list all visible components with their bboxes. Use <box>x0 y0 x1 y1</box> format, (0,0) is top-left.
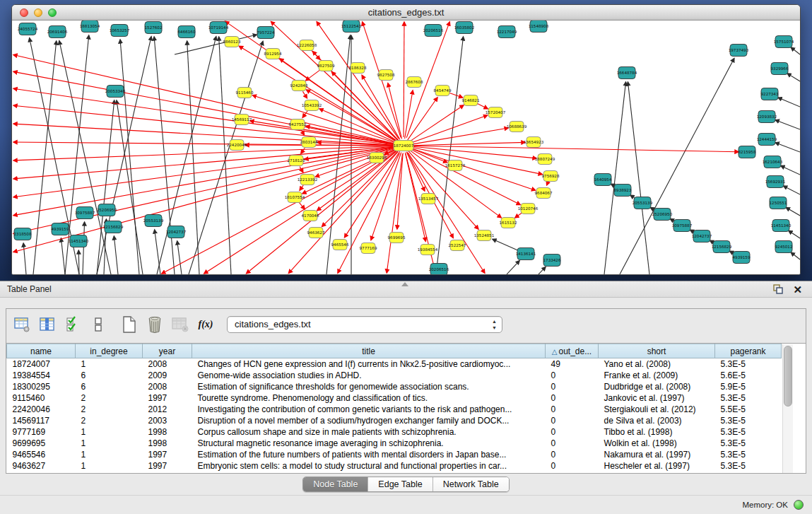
network-node[interactable]: 11451340 <box>771 220 792 232</box>
network-node[interactable]: 9242848 <box>290 81 308 91</box>
network-node[interactable]: 8912954 <box>264 49 282 59</box>
network-node[interactable]: 9699695 <box>388 233 406 243</box>
network-node[interactable]: 30975887 <box>672 220 693 232</box>
network-node[interactable]: 8215958 <box>739 146 756 158</box>
table-row[interactable]: 946554611997Estimation of the future num… <box>7 449 782 460</box>
network-node[interactable]: 9463627 <box>307 228 325 238</box>
network-node[interactable]: 1733426 <box>543 255 561 267</box>
column-header-year[interactable]: year <box>143 344 192 358</box>
network-node[interactable]: 16648784 <box>617 67 637 79</box>
network-window[interactable]: citations_edges.txt 18724007886012389129… <box>11 4 801 275</box>
network-node[interactable]: 2522547 <box>449 240 466 251</box>
network-node[interactable]: 12226058 <box>297 40 317 51</box>
row-height-icon[interactable] <box>87 314 110 335</box>
function-builder-icon[interactable]: f(x) <box>194 314 217 335</box>
network-node[interactable]: 1640954 <box>594 174 612 186</box>
network-node[interactable]: 22420046 <box>227 140 247 151</box>
network-node[interactable]: 19384554 <box>418 245 438 255</box>
network-node[interactable]: 12093832 <box>757 111 777 123</box>
network-node[interactable]: 12156829 <box>103 221 124 233</box>
close-panel-icon[interactable]: ✕ <box>793 283 802 296</box>
network-node[interactable]: 9227343 <box>761 88 779 100</box>
table-row[interactable]: 1938455462009Genome-wide association stu… <box>7 370 782 381</box>
network-node[interactable]: 9329966 <box>771 63 789 75</box>
network-node[interactable]: 2718120 <box>288 156 305 166</box>
tab-edge-table[interactable]: Edge Table <box>368 477 433 491</box>
network-node[interactable]: 10719144 <box>208 22 229 34</box>
network-node[interactable]: 15720407 <box>486 107 506 118</box>
network-node[interactable]: 4170046 <box>302 211 319 221</box>
tab-network-table[interactable]: Network Table <box>433 477 509 491</box>
network-node[interactable]: 18813054 <box>80 21 100 33</box>
network-node[interactable]: 20691406 <box>47 26 68 38</box>
network-node[interactable]: 2803144 <box>300 137 318 148</box>
network-node[interactable]: 1615132 <box>500 218 517 228</box>
network-node[interactable]: 20553139 <box>143 215 164 227</box>
network-node[interactable]: 13524851 <box>474 230 495 241</box>
network-node[interactable]: 7957224 <box>257 27 275 39</box>
network-node[interactable]: 16210643 <box>763 156 783 168</box>
network-node[interactable]: 14136141 <box>516 248 536 260</box>
tab-node-table[interactable]: Node Table <box>303 477 368 491</box>
network-node[interactable]: 9777169 <box>360 243 377 254</box>
delete-column-icon[interactable] <box>143 314 166 335</box>
network-node[interactable]: 13513457 <box>418 194 439 204</box>
table-row[interactable]: 1456911722003Disruption of a novel membe… <box>7 415 782 426</box>
network-node[interactable]: 9756928 <box>542 171 560 182</box>
network-node[interactable]: 2318508 <box>14 228 32 240</box>
network-node[interactable]: 6466160 <box>178 26 196 38</box>
column-header-out_de[interactable]: △out_de... <box>546 344 599 358</box>
table-row[interactable]: 969969511998Structural magnetic resonanc… <box>7 438 782 449</box>
network-node[interactable]: 30975887 <box>75 207 95 219</box>
network-node[interactable]: 13654923 <box>524 137 544 148</box>
network-node[interactable]: 9684067 <box>535 188 553 199</box>
network-node[interactable]: 8427552 <box>289 119 307 130</box>
network-node[interactable]: 15122543 <box>341 21 362 33</box>
network-node[interactable]: 25206950 <box>97 204 117 216</box>
network-node[interactable]: 8938923 <box>614 185 632 197</box>
float-panel-icon[interactable] <box>773 284 784 298</box>
table-row[interactable]: 977716911998Corpus callosum shape and si… <box>7 426 782 438</box>
network-node[interactable]: 12156829 <box>712 241 732 253</box>
network-node[interactable]: 18724007 <box>394 141 414 151</box>
network-node[interactable]: 20206516 <box>423 25 444 37</box>
network-node[interactable]: 4939159 <box>52 223 69 235</box>
network-node[interactable]: 16157278 <box>445 160 466 171</box>
column-header-title[interactable]: title <box>192 344 546 358</box>
show-column-icon[interactable] <box>36 314 59 335</box>
table-row[interactable]: 911546021997Tourette syndrome. Phenomeno… <box>7 392 782 404</box>
table-row[interactable]: 1872400712008Changes of HCN gene express… <box>7 358 782 370</box>
network-window-titlebar[interactable]: citations_edges.txt <box>12 5 800 21</box>
network-node[interactable]: 9465546 <box>331 240 349 250</box>
network-node[interactable]: 10120746 <box>518 204 539 214</box>
network-node[interactable]: 1527602 <box>145 22 163 34</box>
table-mode-icon[interactable] <box>11 314 33 335</box>
network-node[interactable]: 9827508 <box>377 70 395 81</box>
column-header-name[interactable]: name <box>7 344 76 358</box>
network-node[interactable]: 8454749 <box>434 86 452 96</box>
network-node[interactable]: 24055724 <box>18 23 38 35</box>
table-row[interactable]: 2242004622012Investigating the contribut… <box>7 404 782 415</box>
new-column-icon[interactable] <box>118 314 141 335</box>
network-node[interactable]: 8186328 <box>349 63 367 74</box>
network-node[interactable]: 8860123 <box>223 37 241 47</box>
network-node[interactable]: 10688639 <box>507 122 527 132</box>
network-node[interactable]: 9245012 <box>775 241 793 253</box>
network-node[interactable]: 18807249 <box>535 154 555 165</box>
network-node[interactable]: 9827509 <box>317 61 335 71</box>
network-node[interactable]: 11548908 <box>529 21 549 33</box>
scrollbar-thumb[interactable] <box>784 346 792 407</box>
column-header-pagerank[interactable]: pagerank <box>715 344 782 358</box>
network-node[interactable]: 20206516 <box>429 264 449 275</box>
network-node[interactable]: 9146821 <box>462 95 480 106</box>
network-node[interactable]: 4939159 <box>733 252 751 264</box>
network-node[interactable]: 2867608 <box>406 77 423 88</box>
split-divider-handle[interactable] <box>401 282 408 286</box>
network-node[interactable]: 11451340 <box>69 235 89 247</box>
network-node[interactable]: 10543392 <box>302 100 322 111</box>
network-node[interactable]: 16035802 <box>454 22 474 34</box>
network-node[interactable]: 12213392 <box>298 175 317 185</box>
column-header-short[interactable]: short <box>599 344 715 358</box>
network-node[interactable]: 20053346 <box>105 86 126 98</box>
network-node[interactable]: 20553139 <box>632 197 653 209</box>
